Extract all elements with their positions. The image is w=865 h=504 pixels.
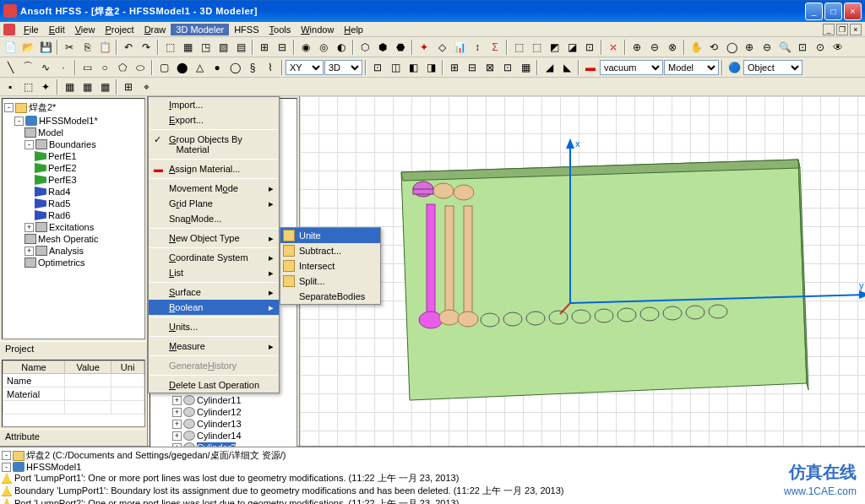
modeler-dropdown[interactable]: Import... Export... ✓Group Objects By Ma…	[148, 96, 280, 393]
tool-c2[interactable]: ◫	[387, 59, 404, 76]
msg-design[interactable]: HFSSModel1	[26, 462, 81, 472]
new-button[interactable]: 📄	[2, 39, 19, 56]
menu-draw[interactable]: Draw	[139, 24, 171, 35]
tool-b18[interactable]: ◩	[546, 39, 563, 56]
tool-compass[interactable]: ✦	[416, 39, 432, 56]
tool-b1[interactable]: ⬚	[161, 39, 178, 56]
mi-subtract[interactable]: Subtract...	[280, 243, 380, 258]
tool-c8[interactable]: ⊡	[499, 59, 516, 76]
tool-c7[interactable]: ⊠	[481, 59, 498, 76]
draw-box[interactable]: ▢	[155, 59, 172, 76]
minimize-button[interactable]: _	[805, 3, 823, 20]
draw-pt[interactable]: ·	[55, 59, 72, 76]
draw-cone[interactable]: △	[191, 59, 208, 76]
mi-snap[interactable]: Snap Mode...	[149, 211, 279, 226]
mi-movement[interactable]: Movement Mode▸	[149, 181, 279, 196]
menu-help[interactable]: Help	[339, 24, 368, 35]
tool-b24[interactable]: ◯	[723, 39, 740, 56]
cyl11[interactable]: Cylinder11	[197, 395, 242, 405]
tool-b23[interactable]: ⊗	[664, 39, 681, 56]
tool-b11[interactable]: ⬡	[356, 39, 373, 56]
menu-tools[interactable]: Tools	[264, 24, 296, 35]
mdi-restore-button[interactable]: ❐	[836, 24, 848, 35]
proj-root[interactable]: 焊盘2*	[29, 101, 56, 114]
proj-analysis[interactable]: Analysis	[49, 246, 84, 256]
view-select[interactable]: 3D	[324, 60, 362, 75]
b-perfe2[interactable]: PerfE2	[48, 163, 77, 173]
draw-ellipse[interactable]: ⬭	[132, 59, 149, 76]
zoom-fit-button[interactable]: 🔍	[776, 39, 793, 56]
material-select[interactable]: vacuum	[600, 60, 663, 75]
mi-import[interactable]: Import...	[149, 97, 279, 112]
tool-b26[interactable]: ⊙	[812, 39, 829, 56]
menu-edit[interactable]: Edit	[44, 24, 70, 35]
draw-helix[interactable]: §	[244, 59, 261, 76]
tool-b19[interactable]: ◪	[563, 39, 580, 56]
tool-b5[interactable]: ▤	[232, 39, 249, 56]
draw-poly[interactable]: ⬠	[114, 59, 131, 76]
cyl14[interactable]: Cylinder14	[197, 431, 242, 441]
material-icon[interactable]: ▬	[582, 59, 599, 76]
tool-c1[interactable]: ⊡	[369, 59, 386, 76]
tool-b2[interactable]: ▦	[179, 39, 196, 56]
draw-bond[interactable]: ⌇	[262, 59, 279, 76]
cyl2[interactable]: Cylinder2	[197, 442, 236, 447]
mi-boolean[interactable]: Boolean▸	[149, 300, 279, 315]
boolean-submenu[interactable]: Unite Subtract... Intersect Split... Sep…	[280, 227, 381, 305]
proj-model[interactable]: Model	[38, 127, 63, 138]
maximize-button[interactable]: □	[824, 3, 842, 20]
draw-torus[interactable]: ◯	[226, 59, 243, 76]
mi-separate[interactable]: Separate Bodies	[280, 289, 380, 304]
attribute-tab[interactable]: Attribute	[0, 429, 147, 446]
msg-w2[interactable]: Boundary 'LumpPort1': Boundary lost its …	[14, 485, 564, 497]
project-tree[interactable]: -焊盘2* -HFSSModel1* Model -Boundaries Per…	[2, 98, 145, 339]
mi-gridplane[interactable]: Grid Plane▸	[149, 196, 279, 211]
tool-d1[interactable]: ▪	[2, 79, 19, 95]
tool-b13[interactable]: ⬣	[392, 39, 409, 56]
tool-b27[interactable]: 👁	[830, 39, 846, 56]
open-button[interactable]: 📂	[19, 39, 36, 56]
close-button[interactable]: ×	[844, 3, 862, 20]
tool-c9[interactable]: ▦	[517, 59, 534, 76]
mi-assign[interactable]: ▬Assign Material...	[149, 161, 279, 176]
menu-3d-modeler[interactable]: 3D Modeler	[171, 24, 229, 35]
tool-b4[interactable]: ▧	[215, 39, 231, 56]
mi-surface[interactable]: Surface▸	[149, 285, 279, 300]
menu-view[interactable]: View	[70, 24, 101, 35]
tool-ball[interactable]: 🔵	[726, 59, 743, 76]
menu-project[interactable]: Project	[100, 24, 139, 35]
mi-units[interactable]: Units...	[149, 319, 279, 334]
tool-d4[interactable]: ▦	[61, 79, 78, 95]
tool-b21[interactable]: ⊕	[628, 39, 645, 56]
draw-line[interactable]: ╲	[2, 59, 19, 76]
message-pane[interactable]: -焊盘2 (C:/Documents and Settings/gegedan/…	[0, 446, 865, 504]
pan-button[interactable]: ✋	[688, 39, 705, 56]
tool-d7[interactable]: ⊞	[120, 79, 137, 95]
tool-b7[interactable]: ⊟	[274, 39, 291, 56]
mdi-minimize-button[interactable]: _	[823, 24, 835, 35]
mi-list[interactable]: List▸	[149, 265, 279, 280]
proj-mesh[interactable]: Mesh Operatic	[38, 234, 99, 244]
tool-b12[interactable]: ⬢	[374, 39, 391, 56]
tool-b25[interactable]: ⊡	[794, 39, 811, 56]
tool-sigma[interactable]: Σ	[487, 39, 503, 56]
tool-b3[interactable]: ◳	[197, 39, 214, 56]
tool-d5[interactable]: ▦	[79, 79, 95, 95]
proj-excitations[interactable]: Excitations	[49, 222, 94, 232]
draw-rect[interactable]: ▭	[79, 59, 95, 76]
draw-cyl[interactable]: ⬤	[173, 59, 190, 76]
tool-d2[interactable]: ⬚	[19, 79, 36, 95]
zoom-in-button[interactable]: ⊕	[741, 39, 758, 56]
plane-select[interactable]: XY	[286, 60, 324, 75]
b-rad4[interactable]: Rad4	[48, 187, 70, 197]
draw-arc[interactable]: ⌒	[19, 59, 36, 76]
mi-split[interactable]: Split...	[280, 274, 380, 289]
tool-chart[interactable]: 📊	[451, 39, 468, 56]
mi-dellast[interactable]: Delete Last Operation	[149, 377, 279, 393]
b-perfe3[interactable]: PerfE3	[48, 175, 77, 185]
tool-d6[interactable]: ▦	[96, 79, 113, 95]
copy-button[interactable]: ⎘	[79, 39, 95, 56]
cut-button[interactable]: ✂	[61, 39, 78, 56]
project-tab[interactable]: Project	[0, 341, 147, 358]
rotate-button[interactable]: ⟲	[705, 39, 722, 56]
